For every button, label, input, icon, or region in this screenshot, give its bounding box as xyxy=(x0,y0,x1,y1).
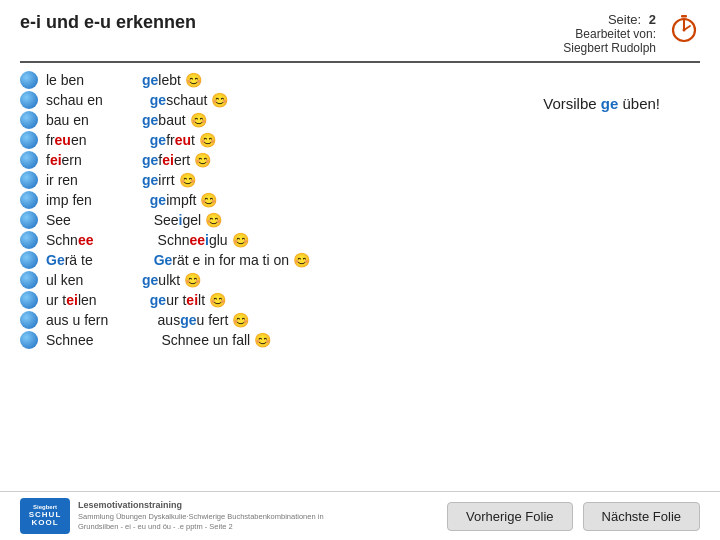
bullet-icon xyxy=(20,91,38,109)
list-item: le ben ge lebt😊 xyxy=(20,71,700,89)
word-right: ge impft😊 xyxy=(142,192,217,208)
header: e-i und e-u erkennen Seite: 2 Bearbeitet… xyxy=(0,0,720,61)
word-left: schau en xyxy=(46,92,136,108)
word-right: Schnee un fall😊 xyxy=(142,332,271,348)
list-item: Ge rä te Ge rät e in for ma ti on😊 xyxy=(20,251,700,269)
bullet-icon xyxy=(20,131,38,149)
word-right: aus ge u fert😊 xyxy=(142,312,249,328)
word-left: aus u fern xyxy=(46,312,136,328)
footer-text-line2: Sammlung Übungen Dyskalkulie·Schwierige … xyxy=(78,512,338,532)
word-left: freu en xyxy=(46,132,136,148)
list-item: fei ern ge fei ert😊 xyxy=(20,151,700,169)
word-right: ge ulkt😊 xyxy=(142,272,201,288)
word-left: ul ken xyxy=(46,272,136,288)
list-item: ir ren ge irrt😊 xyxy=(20,171,700,189)
word-right: ge baut😊 xyxy=(142,112,207,128)
list-item: imp fen ge impft😊 xyxy=(20,191,700,209)
word-left: bau en xyxy=(46,112,136,128)
bullet-icon xyxy=(20,111,38,129)
bullet-icon xyxy=(20,311,38,329)
header-divider xyxy=(20,61,700,63)
list-item: See See igel😊 xyxy=(20,211,700,229)
bullet-icon xyxy=(20,151,38,169)
word-left: Schnee xyxy=(46,232,136,248)
word-right: ge freut😊 xyxy=(142,132,216,148)
footer-text: Lesemotivationstraining Sammlung Übungen… xyxy=(78,500,338,531)
list-item: ur tei len ge ur teilt😊 xyxy=(20,291,700,309)
bullet-icon xyxy=(20,251,38,269)
page-number: 2 xyxy=(649,12,656,27)
vorsilbe-note: Vorsilbe ge üben! xyxy=(543,95,660,112)
bullet-icon xyxy=(20,331,38,349)
word-right: See igel😊 xyxy=(142,212,222,228)
page-info: Seite: 2 Bearbeitet von: Siegbert Rudolp… xyxy=(563,12,656,55)
author-line: Bearbeitet von: Siegbert Rudolph xyxy=(563,27,656,55)
word-left: Schnee xyxy=(46,332,136,348)
word-right: Schnee iglu😊 xyxy=(142,232,249,248)
word-left: fei ern xyxy=(46,152,136,168)
bullet-icon xyxy=(20,291,38,309)
bullet-icon xyxy=(20,211,38,229)
list-item: bau en ge baut😊 xyxy=(20,111,700,129)
list-item: Schnee Schnee un fall😊 xyxy=(20,331,700,349)
word-list: le ben ge lebt😊 schau en ge schaut😊 bau … xyxy=(20,71,700,349)
word-left: See xyxy=(46,212,136,228)
vorsilbe-text-before: Vorsilbe xyxy=(543,95,601,112)
word-left: le ben xyxy=(46,72,136,88)
word-list-container: le ben ge lebt😊 schau en ge schaut😊 bau … xyxy=(0,71,720,349)
word-left: ur tei len xyxy=(46,292,136,308)
page-title: e-i und e-u erkennen xyxy=(20,12,196,33)
word-right: ge ur teilt😊 xyxy=(142,292,226,308)
word-right: ge fei ert😊 xyxy=(142,152,211,168)
footer: SiegbertSCHULKOOL Lesemotivationstrainin… xyxy=(0,491,720,540)
svg-point-5 xyxy=(683,29,686,32)
page-label: Seite: xyxy=(608,12,641,27)
vorsilbe-text-after: üben! xyxy=(618,95,660,112)
list-item: Schnee Schnee iglu😊 xyxy=(20,231,700,249)
footer-text-line1: Lesemotivationstraining xyxy=(78,500,338,512)
list-item: freu en ge freut😊 xyxy=(20,131,700,149)
footer-logo: SiegbertSCHULKOOL xyxy=(20,498,70,534)
nav-buttons: Vorherige Folie Nächste Folie xyxy=(447,502,700,531)
word-left: Ge rä te xyxy=(46,252,136,268)
word-left: ir ren xyxy=(46,172,136,188)
page-number-line: Seite: 2 xyxy=(563,12,656,27)
footer-logo-area: SiegbertSCHULKOOL Lesemotivationstrainin… xyxy=(20,498,338,534)
prev-button[interactable]: Vorherige Folie xyxy=(447,502,572,531)
list-item: ul ken ge ulkt😊 xyxy=(20,271,700,289)
word-right: ge irrt😊 xyxy=(142,172,196,188)
next-button[interactable]: Nächste Folie xyxy=(583,502,700,531)
vorsilbe-ge: ge xyxy=(601,95,619,112)
bullet-icon xyxy=(20,231,38,249)
bullet-icon xyxy=(20,191,38,209)
bullet-icon xyxy=(20,71,38,89)
word-right: Ge rät e in for ma ti on😊 xyxy=(142,252,310,268)
list-item: aus u fern aus ge u fert😊 xyxy=(20,311,700,329)
word-right: ge schaut😊 xyxy=(142,92,228,108)
word-left: imp fen xyxy=(46,192,136,208)
bullet-icon xyxy=(20,271,38,289)
timer-icon xyxy=(668,12,700,44)
bullet-icon xyxy=(20,171,38,189)
word-right: ge lebt😊 xyxy=(142,72,202,88)
header-right: Seite: 2 Bearbeitet von: Siegbert Rudolp… xyxy=(563,12,700,55)
